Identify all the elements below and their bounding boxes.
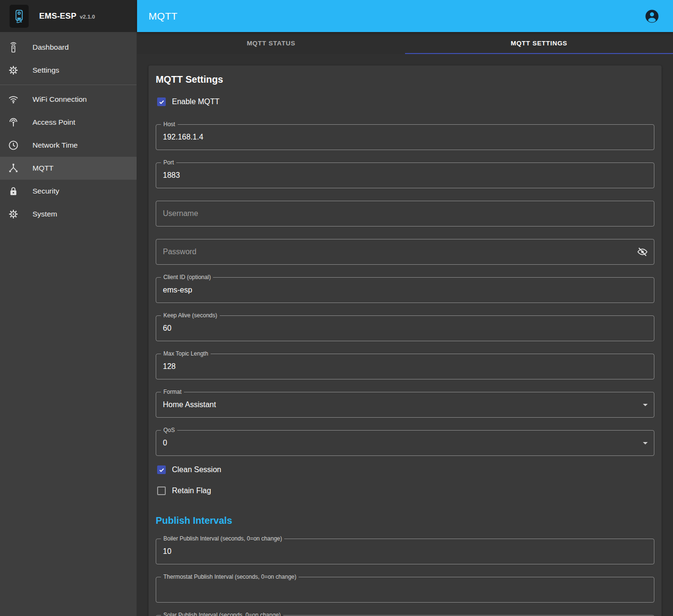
- retain-flag-checkbox-row[interactable]: Retain Flag: [156, 481, 654, 501]
- appbar: MQTT: [137, 0, 673, 32]
- sidebar-item-system[interactable]: System: [0, 203, 137, 226]
- qos-select-field: QoS 0: [156, 430, 654, 456]
- boiler-publish-interval-field: Boiler Publish Interval (seconds, 0=on c…: [156, 539, 654, 564]
- lock-icon: [8, 185, 19, 197]
- app-logo: [10, 5, 29, 28]
- sidebar-divider: [0, 85, 137, 85]
- sidebar-item-label: System: [32, 210, 57, 218]
- main-area: MQTT MQTT STATUS MQTT SETTINGS MQTT Sett…: [137, 0, 673, 616]
- port-field: Port: [156, 162, 654, 188]
- sidebar-item-label: WiFi Connection: [32, 95, 87, 104]
- tab-bar: MQTT STATUS MQTT SETTINGS: [137, 32, 673, 54]
- sidebar-header: EMS-ESPv2.1.0: [0, 0, 137, 32]
- card-title: MQTT Settings: [156, 74, 654, 85]
- sidebar-item-security[interactable]: Security: [0, 180, 137, 203]
- account-circle-icon: [644, 8, 660, 24]
- device-hub-icon: [8, 162, 19, 174]
- sidebar-item-label: MQTT: [32, 164, 53, 173]
- port-field-label: Port: [161, 159, 176, 166]
- sidebar-item-wifi-connection[interactable]: WiFi Connection: [0, 88, 137, 111]
- sidebar-item-settings[interactable]: Settings: [0, 59, 137, 82]
- username-field: [156, 201, 654, 227]
- format-select-field: Format Home Assistant: [156, 392, 654, 418]
- boiler-publish-interval-input[interactable]: [156, 539, 654, 564]
- sidebar-item-dashboard[interactable]: Dashboard: [0, 36, 137, 59]
- sidebar-item-label: Dashboard: [32, 43, 69, 52]
- client-id-field: Client ID (optional): [156, 277, 654, 303]
- solar-publish-interval-label: Solar Publish Interval (seconds, 0=on ch…: [161, 612, 283, 616]
- mqtt-settings-card: MQTT Settings Enable MQTT Host Port: [149, 65, 662, 616]
- password-input[interactable]: [156, 239, 654, 264]
- clean-session-checkbox-row[interactable]: Clean Session: [156, 460, 654, 480]
- clean-session-checkbox[interactable]: [157, 465, 166, 474]
- remote-device-icon: [8, 42, 19, 53]
- enable-mqtt-checkbox[interactable]: [157, 97, 166, 106]
- page-title: MQTT: [149, 11, 178, 22]
- username-input[interactable]: [156, 201, 654, 226]
- sidebar-item-access-point[interactable]: Access Point: [0, 111, 137, 134]
- sidebar-item-label: Access Point: [32, 118, 75, 127]
- wifi-icon: [8, 94, 19, 105]
- host-field-label: Host: [161, 121, 178, 128]
- clock-icon: [8, 140, 19, 151]
- password-field: [156, 239, 654, 265]
- tab-mqtt-status[interactable]: MQTT STATUS: [137, 32, 405, 54]
- qos-field-label: QoS: [161, 427, 177, 434]
- format-field-label: Format: [161, 389, 184, 396]
- keep-alive-field-label: Keep Alive (seconds): [161, 312, 220, 319]
- account-button[interactable]: [642, 7, 662, 26]
- host-field: Host: [156, 124, 654, 150]
- enable-mqtt-checkbox-row[interactable]: Enable MQTT: [156, 92, 654, 112]
- brand-name: EMS-ESP: [39, 11, 76, 21]
- access-point-icon: [8, 117, 19, 128]
- thermostat-publish-interval-label: Thermostat Publish Interval (seconds, 0=…: [161, 573, 299, 581]
- enable-mqtt-label: Enable MQTT: [172, 97, 220, 106]
- boiler-publish-interval-label: Boiler Publish Interval (seconds, 0=on c…: [161, 535, 284, 542]
- keep-alive-field: Keep Alive (seconds): [156, 315, 654, 341]
- client-id-field-label: Client ID (optional): [161, 274, 213, 281]
- visibility-off-icon[interactable]: [637, 246, 648, 258]
- max-topic-length-field: Max Topic Length: [156, 354, 654, 379]
- port-input[interactable]: [156, 163, 654, 188]
- brand-version: v2.1.0: [80, 14, 95, 20]
- brand: EMS-ESPv2.1.0: [39, 11, 95, 21]
- tab-mqtt-settings[interactable]: MQTT SETTINGS: [405, 32, 673, 54]
- keep-alive-input[interactable]: [156, 316, 654, 341]
- clean-session-label: Clean Session: [172, 465, 221, 474]
- gear-icon: [8, 65, 19, 76]
- host-input[interactable]: [156, 125, 654, 150]
- sidebar-nav: Dashboard Settings: [0, 32, 137, 226]
- retain-flag-label: Retain Flag: [172, 486, 211, 495]
- sidebar: EMS-ESPv2.1.0 Dashboard: [0, 0, 137, 616]
- gear-icon: [8, 208, 19, 220]
- max-topic-length-input[interactable]: [156, 354, 654, 379]
- thermostat-publish-interval-input[interactable]: [156, 577, 654, 602]
- client-id-input[interactable]: [156, 278, 654, 303]
- sidebar-item-label: Settings: [32, 66, 59, 75]
- publish-intervals-heading: Publish Intervals: [156, 515, 654, 526]
- boiler-logo-icon: [13, 9, 25, 24]
- thermostat-publish-interval-field: Thermostat Publish Interval (seconds, 0=…: [156, 577, 654, 603]
- sidebar-item-label: Security: [32, 187, 59, 195]
- sidebar-item-network-time[interactable]: Network Time: [0, 134, 137, 157]
- qos-select[interactable]: 0: [156, 431, 654, 455]
- sidebar-item-label: Network Time: [32, 141, 78, 150]
- content-area: MQTT Settings Enable MQTT Host Port: [137, 54, 673, 616]
- sidebar-item-mqtt[interactable]: MQTT: [0, 157, 137, 180]
- format-select[interactable]: Home Assistant: [156, 392, 654, 417]
- max-topic-length-field-label: Max Topic Length: [161, 350, 211, 357]
- retain-flag-checkbox[interactable]: [157, 486, 166, 495]
